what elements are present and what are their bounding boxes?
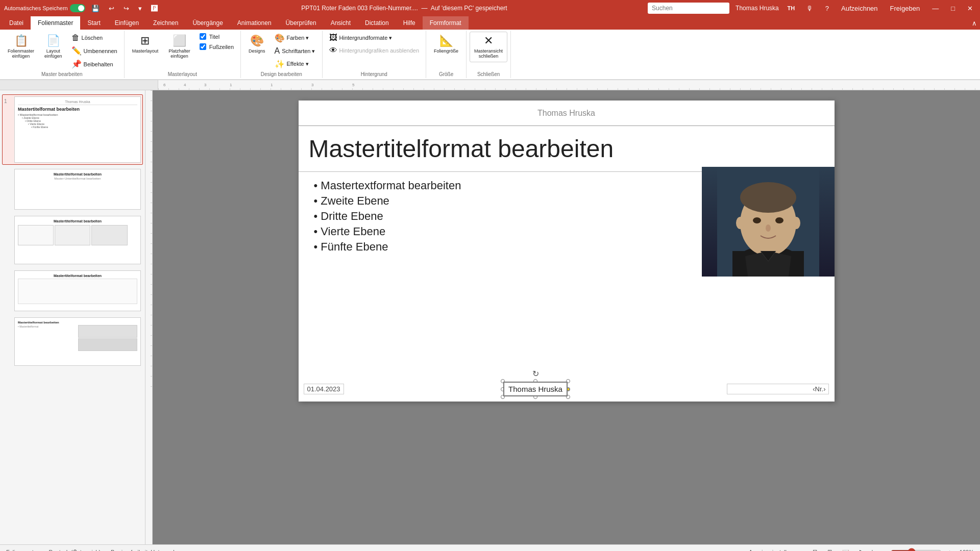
tab-einfuegen[interactable]: Einfügen: [108, 16, 146, 30]
fusszeilen-label: Fußzeilen: [209, 44, 234, 50]
title-bar: Automatisches Speichern 💾 ↩ ↪ ▾ 🅿 PPT01 …: [0, 0, 980, 16]
slide-sorter-btn[interactable]: ⊞: [825, 547, 834, 551]
normal-view-btn[interactable]: ⊡: [811, 547, 819, 551]
masteransicht-schliessen-button[interactable]: ✕ Masteransichtschließen: [470, 32, 507, 62]
title-bar-left: Automatisches Speichern 💾 ↩ ↪ ▾ 🅿: [4, 4, 161, 13]
effekte-icon: ✨: [275, 59, 285, 69]
ribbon-group-master-inner: 📋 Folienmastereinfügen 📄 Layouteinfügen …: [3, 32, 121, 70]
titel-button[interactable]: Titel: [196, 32, 237, 41]
maximize-button[interactable]: □: [948, 4, 958, 13]
ribbon-tabs: Datei Folienmaster Start Einfügen Zeichn…: [0, 16, 980, 30]
search-input[interactable]: [648, 3, 729, 14]
slide-content-list: Mastertextformat bearbeiten Zweite Ebene…: [314, 179, 681, 254]
folienmaster-icon: 📋: [14, 34, 28, 47]
help-icon[interactable]: ?: [822, 4, 832, 13]
tab-formformat[interactable]: Formformat: [423, 16, 469, 30]
save-button[interactable]: 💾: [88, 4, 103, 13]
display-settings-btn[interactable]: Anzeigeeinstellungen: [747, 548, 804, 552]
content-level1: Mastertextformat bearbeiten: [314, 179, 681, 192]
hintergrundformate-button[interactable]: 🖼 Hintergrundformate ▾: [326, 32, 423, 44]
effekte-label: Effekte ▾: [287, 61, 309, 67]
designs-button[interactable]: 🎨 Designs: [244, 32, 270, 62]
zoom-out-icon: —: [879, 549, 885, 552]
tab-uebergaenge[interactable]: Übergänge: [185, 16, 230, 30]
tab-ansicht[interactable]: Ansicht: [324, 16, 358, 30]
tab-animationen[interactable]: Animationen: [230, 16, 279, 30]
close-button[interactable]: ✕: [964, 4, 976, 13]
farben-button[interactable]: 🎨 Farben ▾: [271, 32, 319, 44]
dictation-icon[interactable]: 🎙: [803, 4, 816, 13]
redo-button[interactable]: ↪: [120, 4, 132, 13]
tab-start[interactable]: Start: [80, 16, 107, 30]
folienmaster-einfuegen-button[interactable]: 📋 Folienmastereinfügen: [3, 32, 39, 62]
foliengroesse-label: Foliengröße: [434, 48, 458, 54]
language-btn[interactable]: Deutsch (Österreich): [47, 548, 103, 552]
zoom-level[interactable]: 109%: [958, 548, 976, 552]
schriftarten-button[interactable]: A Schriftarten ▾: [271, 45, 319, 57]
masterlayout-button[interactable]: ⊞ Masterlayout: [128, 32, 163, 62]
layout-einfuegen-button[interactable]: 📄 Layouteinfügen: [40, 32, 67, 62]
svg-rect-1: [158, 80, 980, 90]
slide-thumb-2[interactable]: Mastertitelformat bearbeiten Master-Unte…: [2, 167, 143, 212]
hintergrundgrafiken-button[interactable]: 👁 Hintergrundgrafiken ausblenden: [326, 44, 423, 57]
autosave-switch[interactable]: [70, 4, 85, 12]
slide-thumb-1[interactable]: 1 Thomas Hruska Mastertitelformat bearbe…: [2, 94, 143, 165]
titel-checkbox[interactable]: [200, 33, 206, 40]
collapse-ribbon-icon[interactable]: ∧: [969, 16, 980, 30]
user-name: Thomas Hruska: [736, 5, 779, 12]
ruler-corner: [0, 80, 158, 90]
minimize-button[interactable]: —: [929, 4, 942, 13]
beibehalten-label: Beibehalten: [84, 61, 113, 67]
reading-view-btn[interactable]: 📖: [840, 547, 851, 551]
umbenennen-button[interactable]: ✏️ Umbenennen: [68, 44, 121, 57]
slideshow-btn[interactable]: ▶: [857, 547, 866, 551]
status-bar-left: Folienmaster Deutsch (Österreich) Barrie…: [4, 548, 185, 552]
view-label[interactable]: Folienmaster: [4, 548, 41, 552]
zoom-slider[interactable]: [891, 548, 942, 552]
rotate-handle[interactable]: ↻: [532, 369, 539, 379]
tab-hilfe[interactable]: Hilfe: [396, 16, 423, 30]
record-button[interactable]: Aufzeichnen: [838, 4, 881, 13]
slide-thumb-5[interactable]: Mastertitelformat bearbeiten • Mastertit…: [2, 315, 143, 368]
footer-name-container[interactable]: ↻ Thomas Hruska: [503, 382, 568, 396]
slide-preview-3: Mastertitelformat bearbeiten: [14, 216, 141, 264]
autosave-toggle[interactable]: Automatisches Speichern: [4, 4, 85, 12]
footer-date[interactable]: 01.04.2023: [304, 384, 344, 394]
ribbon-group-schliessen: ✕ Masteransichtschließen Schließen: [467, 31, 511, 78]
webcam-overlay: [702, 167, 835, 277]
platzhalter-button[interactable]: ⬜ Platzhaltereinfügen: [164, 32, 195, 62]
slide-thumb-4[interactable]: Mastertitelformat bearbeiten: [2, 268, 143, 313]
canvas-area[interactable]: Thomas Hruska Mastertitelformat bearbeit…: [153, 90, 980, 544]
tab-zeichnen[interactable]: Zeichnen: [146, 16, 185, 30]
folienmaster-label: Folienmastereinfügen: [8, 48, 34, 59]
undo-button[interactable]: ↩: [106, 4, 117, 13]
ribbon-group-schliessen-inner: ✕ Masteransichtschließen: [470, 32, 507, 70]
hintergrundgrafiken-label: Hintergrundgrafiken ausblenden: [339, 47, 420, 54]
effekte-button[interactable]: ✨ Effekte ▾: [271, 58, 319, 70]
share-button[interactable]: Freigeben: [887, 4, 923, 13]
titel-label: Titel: [209, 34, 219, 40]
tab-datei[interactable]: Datei: [2, 16, 31, 30]
fusszeilen-button[interactable]: Fußzeilen: [196, 42, 237, 52]
quick-access-more[interactable]: ▾: [135, 4, 145, 13]
tab-ueberprufen[interactable]: Überprüfen: [279, 16, 324, 30]
ribbon-group-hintergrund-inner: 🖼 Hintergrundformate ▾ 👁 Hintergrundgraf…: [326, 32, 423, 70]
layout-icon: 📄: [46, 34, 60, 47]
slide-content-box[interactable]: Mastertextformat bearbeiten Zweite Ebene…: [304, 172, 692, 261]
slide-thumb-3[interactable]: Mastertitelformat bearbeiten: [2, 214, 143, 266]
footer-name[interactable]: Thomas Hruska: [503, 382, 568, 396]
tab-folienmaster[interactable]: Folienmaster: [31, 16, 80, 30]
loeschen-button[interactable]: 🗑 Löschen: [68, 32, 121, 44]
accessibility-btn[interactable]: Barrierefreiheit: Untersuchen: [109, 548, 185, 552]
face-svg: [717, 167, 819, 277]
tab-dictation[interactable]: Dictation: [358, 16, 396, 30]
beibehalten-button[interactable]: 📌 Beibehalten: [68, 58, 121, 70]
slide-preview-1: Thomas Hruska Mastertitelformat bearbeit…: [14, 96, 141, 163]
foliengroesse-button[interactable]: 📐 Foliengröße: [429, 32, 463, 62]
designs-icon: 🎨: [250, 34, 264, 47]
footer-nr[interactable]: ‹Nr.›: [727, 384, 829, 394]
svg-text:4: 4: [184, 83, 186, 87]
slide-title-box[interactable]: Mastertitelformat bearbeiten: [299, 126, 835, 172]
ribbon-group-master: 📋 Folienmastereinfügen 📄 Layouteinfügen …: [0, 31, 125, 78]
fusszeilen-checkbox[interactable]: [200, 43, 206, 50]
